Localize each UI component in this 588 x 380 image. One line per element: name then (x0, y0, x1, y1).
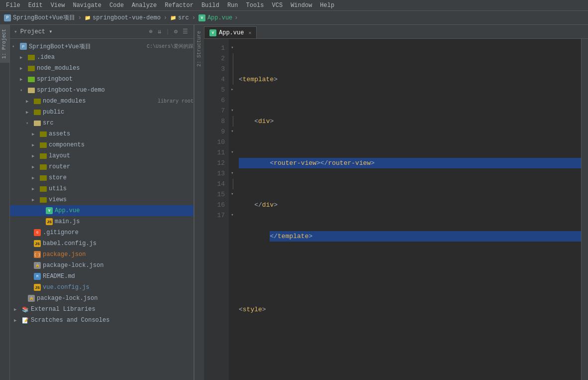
utils-arrow: ▶ (32, 186, 38, 192)
springboot-icon (27, 76, 35, 83)
fold-empty-12 (229, 158, 237, 168)
tree-layout[interactable]: ▶ layout (10, 150, 194, 161)
tree-external-libs[interactable]: ▶ 📚 External Libraries (10, 304, 194, 315)
line-num-4: 4 (204, 74, 225, 85)
main-area: 1: Project ▾ Project ▾ ⊕ ⇊ | ⚙ ☰ ▾ P Spr (0, 25, 588, 380)
project-panel-title: Project ▾ (20, 28, 145, 35)
springboot-label: springboot (37, 76, 194, 83)
fold-btn-5[interactable]: ▸ (229, 85, 236, 95)
fold-btn-1[interactable]: ▾ (229, 43, 236, 53)
line-num-11: 11 (204, 147, 225, 158)
code-line-8 (239, 346, 581, 357)
line-num-2: 2 (204, 53, 225, 64)
breadcrumb-end-marker: › (234, 14, 238, 21)
fold-btn-7[interactable]: ▾ (229, 106, 236, 116)
nmi-label: node_modules (43, 98, 154, 105)
tree-idea[interactable]: ▶ .idea (10, 52, 194, 63)
panel-options-icon[interactable]: ☰ (181, 27, 190, 36)
tree-views[interactable]: ▶ views (10, 194, 194, 205)
tree-utils[interactable]: ▶ utils (10, 183, 194, 194)
tree-readme[interactable]: ▶ M README.md (10, 271, 194, 282)
tree-node-modules-inner[interactable]: ▶ node_modules library root (10, 96, 194, 107)
tree-package-json[interactable]: ▶ { } package.json (10, 249, 194, 260)
fold-btn-9[interactable]: ▾ (229, 127, 236, 137)
idea-icon (27, 54, 35, 61)
tree-vue-config[interactable]: ▶ JS vue.config.js (10, 282, 194, 293)
tree-public[interactable]: ▶ public (10, 107, 194, 118)
menu-window[interactable]: Window (287, 2, 316, 9)
layout-icon (39, 152, 47, 159)
layout-arrow: ▶ (32, 153, 38, 159)
tree-gitignore[interactable]: ▶ G .gitignore (10, 227, 194, 238)
tree-assets[interactable]: ▶ assets (10, 128, 194, 139)
tree-router[interactable]: ▶ router (10, 161, 194, 172)
menu-build[interactable]: Build (197, 2, 223, 9)
fold-btn-17[interactable]: ▾ (229, 210, 236, 221)
menu-file[interactable]: File (2, 2, 24, 9)
menu-edit[interactable]: Edit (24, 2, 47, 9)
structure-tab[interactable]: 2: Structure (195, 25, 203, 73)
line-num-8: 8 (204, 116, 225, 127)
store-arrow: ▶ (32, 175, 38, 181)
fold-btn-13[interactable]: ▾ (229, 168, 236, 179)
store-icon (39, 174, 47, 181)
menu-tools[interactable]: Tools (242, 2, 268, 9)
src-icon (33, 120, 41, 127)
menu-analyze[interactable]: Analyze (128, 2, 161, 9)
scratch-icon: 📝 (21, 317, 29, 324)
collapse-icon[interactable]: ⇊ (156, 27, 163, 36)
tree-scratches[interactable]: ▶ 📝 Scratches and Consoles (10, 315, 194, 326)
tree-package-lock[interactable]: ▶ 🔒 package-lock.json (10, 260, 194, 271)
tree-src[interactable]: ▾ src (10, 118, 194, 128)
fold-line-8 (233, 116, 233, 127)
fold-empty-10 (229, 137, 237, 147)
src-label: src (43, 120, 194, 127)
tree-springboot-vue-demo[interactable]: ▾ springboot-vue-demo (10, 85, 194, 96)
breadcrumb-sep-3: › (192, 14, 196, 21)
tree-springboot[interactable]: ▶ springboot (10, 74, 194, 85)
assets-icon (39, 130, 47, 137)
pkglock-label: package-lock.json (43, 262, 194, 269)
tree-components[interactable]: ▶ components (10, 139, 194, 150)
babel-icon: JS (33, 240, 41, 247)
router-label: router (49, 163, 194, 170)
line-num-16: 16 (204, 200, 225, 210)
breadcrumb-folder1[interactable]: springboot-vue-demo (93, 14, 161, 21)
app-vue-icon: V (45, 207, 53, 214)
line-num-14: 14 (204, 179, 225, 189)
editor-tab-app-vue[interactable]: V App.vue ✕ (204, 26, 257, 38)
pkg-icon: { } (33, 251, 41, 258)
tree-root[interactable]: ▾ P SpringBoot+Vue项目 C:\Users\爱闲的踩 (10, 41, 194, 52)
fold-btn-11[interactable]: ▾ (229, 147, 236, 158)
menu-navigate[interactable]: Navigate (69, 2, 105, 9)
fold-empty-16 (229, 200, 237, 210)
menu-view[interactable]: View (47, 2, 69, 9)
tab-close-button[interactable]: ✕ (248, 30, 251, 36)
code-editor[interactable]: <template> <div> <router-view></router-v… (237, 39, 581, 380)
menu-refactor[interactable]: Refactor (161, 2, 197, 9)
fold-btn-15[interactable]: ▾ (229, 189, 236, 200)
breadcrumb-file[interactable]: App.vue (207, 14, 232, 21)
main-js-icon: JS (45, 218, 53, 225)
nmi-icon (33, 98, 41, 105)
tree-store[interactable]: ▶ store (10, 172, 194, 183)
breadcrumb-sep-1: › (78, 14, 82, 21)
tree-node-modules[interactable]: ▶ node_modules (10, 63, 194, 74)
tree-package-lock2[interactable]: ▶ 🔒 package-lock.json (10, 293, 194, 304)
menu-vcs[interactable]: VCS (268, 2, 287, 9)
breadcrumb-folder2[interactable]: src (178, 14, 189, 21)
tree-main-js[interactable]: ▶ JS main.js (10, 216, 194, 227)
menu-run[interactable]: Run (223, 2, 242, 9)
breadcrumb: P SpringBoot+Vue项目 › 📁 springboot-vue-de… (0, 11, 588, 25)
breadcrumb-project[interactable]: SpringBoot+Vue项目 (13, 13, 75, 22)
svd-arrow: ▾ (20, 88, 26, 93)
locate-icon[interactable]: ⊕ (147, 27, 154, 36)
menu-code[interactable]: Code (105, 2, 128, 9)
settings-icon[interactable]: ⚙ (173, 27, 179, 36)
root-arrow: ▾ (12, 44, 18, 49)
tree-app-vue[interactable]: ▶ V App.vue (10, 205, 194, 216)
vtab-project[interactable]: 1: Project (0, 25, 9, 63)
tree-babel[interactable]: ▶ JS babel.config.js (10, 238, 194, 249)
fold-line-2 (233, 53, 233, 64)
menu-help[interactable]: Help (316, 2, 338, 9)
